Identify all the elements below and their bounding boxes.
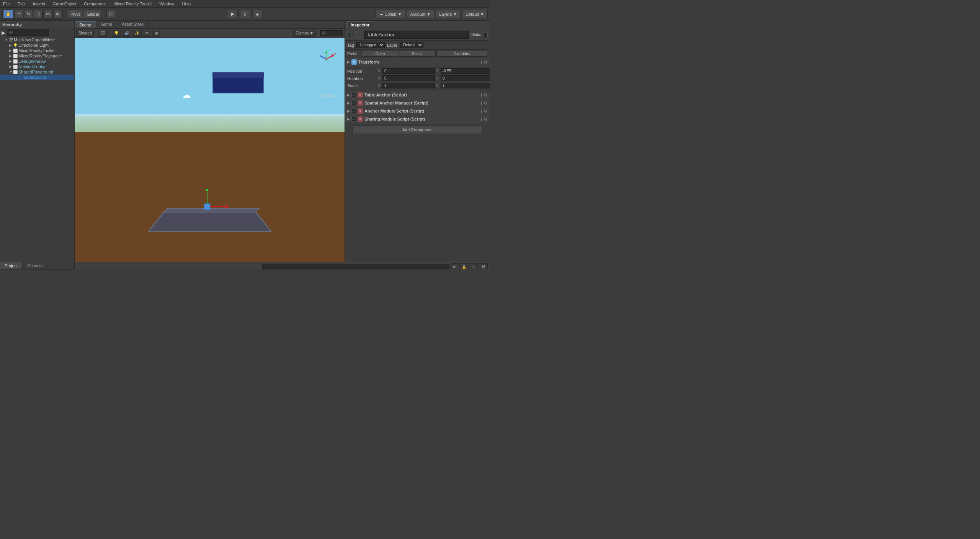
tag-select[interactable]: Untagged xyxy=(356,42,385,48)
inspector-tab[interactable]: Inspector xyxy=(347,21,373,28)
menu-mixed-reality[interactable]: Mixed Reality Toolkit xyxy=(112,2,153,6)
tab-project[interactable]: Project xyxy=(0,262,23,269)
comp2-checkbox[interactable] xyxy=(351,109,356,113)
global-button[interactable]: Global xyxy=(84,10,101,19)
inspector-name-input[interactable] xyxy=(364,31,469,39)
assets-view-btn[interactable]: 16 xyxy=(479,263,488,270)
layer-select[interactable]: Default xyxy=(400,42,423,48)
comp1-gear[interactable]: ⚙ xyxy=(484,101,488,106)
comp1-checkbox[interactable] xyxy=(351,101,356,105)
tab-scene[interactable]: Scene xyxy=(75,21,96,28)
hier-item-debugwindow[interactable]: ▶ ⬜ DebugWindow xyxy=(0,59,74,64)
comp0-info[interactable]: ℹ xyxy=(481,93,482,97)
hier-item-mrplayspace[interactable]: ▶ ⬜ MixedRealityPlayspace xyxy=(0,53,74,59)
transform-body: Position X Y Z Rotation X Y Z xyxy=(345,66,490,91)
go-icon-4: ⬜ xyxy=(13,65,18,69)
position-y[interactable] xyxy=(441,68,490,74)
add-component-button[interactable]: Add Component xyxy=(353,126,482,134)
assets-star-btn[interactable]: ☆ xyxy=(470,263,478,270)
object-active-checkbox[interactable] xyxy=(347,33,352,37)
hier-tableanchor-label: TableAnchor xyxy=(23,75,46,80)
comp0-gear[interactable]: ⚙ xyxy=(484,93,488,98)
pivot-button[interactable]: Pivot xyxy=(68,10,82,19)
anchormodule-script-header[interactable]: ▶ S Anchor Module Script (Script) ℹ ⚙ xyxy=(345,107,490,115)
hier-item-sharedplayground[interactable]: ▼ ⬜ SharedPlayground xyxy=(0,69,74,75)
menu-help[interactable]: Help xyxy=(181,2,193,6)
light-btn[interactable]: 💡 xyxy=(112,30,121,37)
menu-window[interactable]: Window xyxy=(158,2,176,6)
tool-rect[interactable]: ▭ xyxy=(43,10,52,19)
comp2-info[interactable]: ℹ xyxy=(481,109,482,113)
tool-move[interactable]: ✛ xyxy=(15,10,23,19)
sharing-script-header[interactable]: ▶ S Sharing Module Script (Script) ℹ ⚙ xyxy=(345,115,490,123)
scene-view[interactable]: ☁ Y xyxy=(75,38,345,262)
hierarchy-add[interactable]: ▶ xyxy=(2,30,5,36)
spatialanchor-script-header[interactable]: ▶ S Spatial Anchor Manager (Script) ℹ ⚙ xyxy=(345,99,490,107)
scale-fields: X Y Z xyxy=(378,83,490,88)
account-button[interactable]: Account ▼ xyxy=(407,10,434,18)
comp0-checkbox[interactable] xyxy=(351,93,356,97)
audio-btn[interactable]: 🔊 xyxy=(122,30,131,37)
rotation-x[interactable] xyxy=(382,75,435,81)
comp3-info[interactable]: ℹ xyxy=(481,117,482,121)
scale-x[interactable] xyxy=(382,83,435,88)
step-button[interactable]: ⏭ xyxy=(252,10,262,18)
menu-component[interactable]: Component xyxy=(82,2,107,6)
hidden-btn[interactable]: 👁 xyxy=(143,30,151,37)
transform-info[interactable]: ℹ xyxy=(481,60,482,64)
hier-item-tableanchor[interactable]: ◇ TableAnchor xyxy=(0,75,74,80)
tab-asset-store[interactable]: Asset Store xyxy=(117,21,149,28)
menu-edit[interactable]: Edit xyxy=(16,2,26,6)
position-x[interactable] xyxy=(382,68,435,74)
assets-lock-btn[interactable]: 🔒 xyxy=(459,263,469,270)
scene-search[interactable] xyxy=(320,30,343,36)
play-button[interactable]: ▶ xyxy=(228,10,238,18)
transform-header[interactable]: ▶ ⊞ Transform ℹ ⚙ xyxy=(345,58,490,66)
tool-extra[interactable]: ⊞ xyxy=(106,10,115,19)
assets-refresh-btn[interactable]: ⟳ xyxy=(451,263,458,270)
hier-item-light[interactable]: ▶ 💡 Directional Light xyxy=(0,42,74,48)
comp1-info[interactable]: ℹ xyxy=(481,101,482,105)
hierarchy-more[interactable]: ⋮ xyxy=(68,22,72,27)
comp3-gear[interactable]: ⚙ xyxy=(484,117,488,122)
hier-scene-label: MultiUserCapabilities* xyxy=(14,38,55,42)
mode-2d-btn[interactable]: 2D xyxy=(98,30,108,37)
static-checkbox[interactable] xyxy=(483,33,488,37)
hierarchy-search[interactable] xyxy=(7,29,49,36)
menu-file[interactable]: File xyxy=(2,2,11,6)
tool-scale[interactable]: ⊡ xyxy=(34,10,42,19)
hier-item-scene[interactable]: ▼ 🎬 MultiUserCapabilities* xyxy=(0,37,74,42)
comp3-checkbox[interactable] xyxy=(351,117,356,121)
spatialanchor-script-section: ▶ S Spatial Anchor Manager (Script) ℹ ⚙ xyxy=(345,99,490,107)
comp2-gear[interactable]: ⚙ xyxy=(484,109,488,114)
prefab-open-btn[interactable]: Open xyxy=(362,51,398,57)
pause-button[interactable]: ⏸ xyxy=(240,10,250,18)
scale-y[interactable] xyxy=(441,83,490,88)
tool-custom[interactable]: ⊕ xyxy=(53,10,62,19)
prefab-overrides-btn[interactable]: Overrides xyxy=(436,51,488,57)
shading-dropdown[interactable]: Shaded xyxy=(76,30,94,37)
tab-game[interactable]: Game xyxy=(96,21,117,28)
comp3-icon: S xyxy=(358,116,363,122)
transform-gear[interactable]: ⚙ xyxy=(484,60,488,65)
transform-icon: ⊞ xyxy=(351,59,357,65)
layers-button[interactable]: Layers ▼ xyxy=(436,10,461,18)
tool-rotate[interactable]: ↻ xyxy=(24,10,33,19)
tab-console[interactable]: Console xyxy=(23,262,47,269)
gizmos-btn[interactable]: Gizmos ▼ xyxy=(293,30,316,37)
hier-item-networklobby[interactable]: ▶ ⬜ NetworkLobby xyxy=(0,64,74,69)
prefab-label: Prefab xyxy=(347,52,358,56)
hier-item-mrtoolkit[interactable]: ▶ ⬜ MixedRealityToolkit xyxy=(0,48,74,53)
assets-search-input[interactable] xyxy=(262,264,449,270)
tool-hand[interactable]: ✋ xyxy=(3,10,14,19)
separator-1 xyxy=(65,10,65,18)
menu-assets[interactable]: Assets xyxy=(31,2,47,6)
layout-button[interactable]: Default ▼ xyxy=(462,10,488,18)
collab-button[interactable]: ☁ Collab ▼ xyxy=(376,10,405,18)
vfx-btn[interactable]: ✨ xyxy=(132,30,142,37)
grid-btn[interactable]: ⊞ xyxy=(152,30,160,37)
prefab-select-btn[interactable]: Select xyxy=(399,51,435,57)
rotation-y[interactable] xyxy=(441,75,490,81)
tableanchor-script-header[interactable]: ▶ S Table Anchor (Script) ℹ ⚙ xyxy=(345,91,490,99)
menu-gameobject[interactable]: GameObject xyxy=(51,2,78,6)
